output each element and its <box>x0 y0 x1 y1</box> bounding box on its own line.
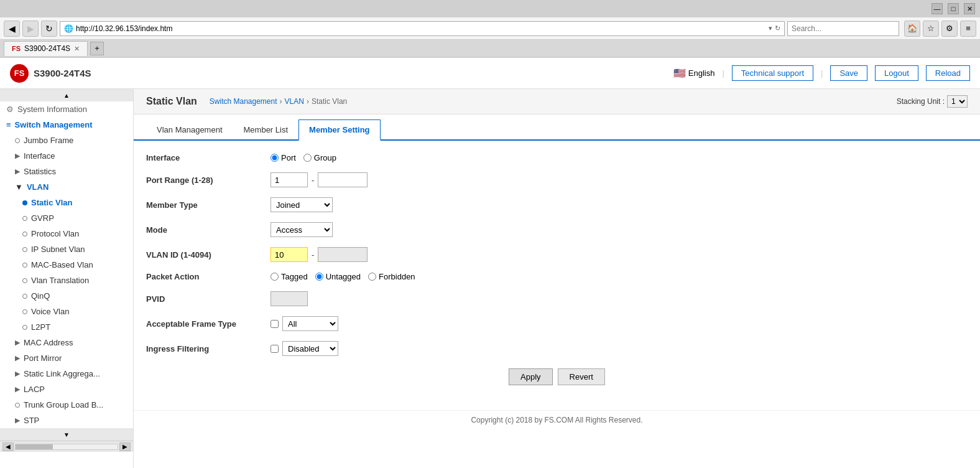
stacking-unit-select[interactable]: 1 <box>947 95 968 108</box>
packet-tagged-radio[interactable] <box>270 273 279 281</box>
mode-label: Mode <box>146 225 270 235</box>
sidebar-label-lacp: LACP <box>24 385 45 394</box>
packet-tagged-option[interactable]: Tagged <box>270 272 308 281</box>
packet-forbidden-option[interactable]: Forbidden <box>368 272 415 281</box>
tech-support-btn[interactable]: Technical support <box>732 65 813 81</box>
save-btn[interactable]: Save <box>830 65 867 81</box>
settings-btn[interactable]: ⚙ <box>941 21 958 37</box>
sidebar-item-ip-subnet-vlan[interactable]: IP Subnet Vlan <box>0 241 133 257</box>
maximize-btn[interactable]: □ <box>948 3 959 14</box>
vlan-id-to-input[interactable] <box>318 247 368 262</box>
refresh-btn[interactable]: ↻ <box>41 21 57 37</box>
tab-vlan-management[interactable]: Vlan Management <box>146 119 233 141</box>
sidebar-item-static-vlan[interactable]: Static Vlan <box>0 195 133 210</box>
revert-btn[interactable]: Revert <box>558 368 605 385</box>
language-selector[interactable]: 🇺🇸 English <box>673 67 715 79</box>
header-actions: 🇺🇸 English | Technical support | Save Lo… <box>673 65 970 81</box>
interface-group-option[interactable]: Group <box>303 153 336 162</box>
port-range-to-input[interactable] <box>318 172 368 187</box>
acceptable-frame-checkbox[interactable] <box>270 320 279 328</box>
ingress-filtering-select[interactable]: Disabled Enabled <box>282 341 338 356</box>
member-type-label: Member Type <box>146 200 270 210</box>
acceptable-frame-control: All Tagged Only Untagged Only <box>270 316 338 331</box>
sidebar-label-ip-subnet-vlan: IP Subnet Vlan <box>31 245 85 254</box>
star-btn[interactable]: ☆ <box>923 21 939 37</box>
breadcrumb-switch-mgmt[interactable]: Switch Management <box>210 97 277 106</box>
sidebar-item-static-link[interactable]: ▶ Static Link Aggrega... <box>0 366 133 381</box>
sidebar-scroll-up[interactable]: ▲ <box>0 89 133 101</box>
sidebar-item-statistics[interactable]: ▶ Statistics <box>0 164 133 179</box>
url-input[interactable] <box>76 24 769 33</box>
bullet-icon-qinq <box>22 294 27 299</box>
sidebar-item-l2pt[interactable]: L2PT <box>0 319 133 335</box>
sidebar-item-protocol-vlan[interactable]: Protocol Vlan <box>0 226 133 241</box>
breadcrumb-sep1: › <box>280 97 282 106</box>
interface-group-radio[interactable] <box>303 154 312 162</box>
sidebar-scrollbar[interactable]: ◀ ▶ <box>0 441 133 452</box>
sidebar-item-gvrp[interactable]: GVRP <box>0 210 133 226</box>
vlan-id-from-input[interactable] <box>270 247 308 262</box>
close-window-btn[interactable]: ✕ <box>964 3 975 14</box>
sidebar-item-switch-mgmt[interactable]: ≡ Switch Management <box>0 117 133 133</box>
sidebar-label-mac-address: MAC Address <box>24 338 73 347</box>
port-range-from-input[interactable] <box>270 172 308 187</box>
search-input[interactable] <box>787 21 899 36</box>
logo-icon: FS <box>10 64 29 83</box>
sidebar-item-interface[interactable]: ▶ Interface <box>0 148 133 164</box>
stacking-unit: Stacking Unit : 1 <box>897 95 968 108</box>
tab-member-setting[interactable]: Member Setting <box>298 119 381 141</box>
new-tab-btn[interactable]: + <box>90 42 104 55</box>
tab-member-list[interactable]: Member List <box>233 119 299 141</box>
bullet-icon <box>15 138 20 143</box>
reload-btn[interactable]: Reload <box>926 65 970 81</box>
sidebar-item-trunk-group[interactable]: Trunk Group Load B... <box>0 397 133 413</box>
expand-icon-vlan: ▼ <box>15 182 23 192</box>
scroll-thumb <box>16 444 53 449</box>
interface-port-option[interactable]: Port <box>270 153 296 162</box>
sidebar-item-voice-vlan[interactable]: Voice Vlan <box>0 304 133 319</box>
back-btn[interactable]: ◀ <box>4 21 20 37</box>
member-type-select[interactable]: Joined Forbidden Excluded <box>270 197 333 212</box>
sidebar-label-static-link: Static Link Aggrega... <box>24 369 100 378</box>
sidebar-item-vlan-trans[interactable]: Vlan Translation <box>0 273 133 288</box>
sidebar: ▲ ⚙ System Information ≡ Switch Manageme… <box>0 89 134 468</box>
pvid-input[interactable] <box>270 291 308 306</box>
mode-select[interactable]: Access Trunk Hybrid <box>270 222 333 237</box>
acceptable-frame-select[interactable]: All Tagged Only Untagged Only <box>282 316 338 331</box>
chevron-icon-mac: ▶ <box>15 339 20 347</box>
scroll-left-btn[interactable]: ◀ <box>2 442 14 451</box>
apply-btn[interactable]: Apply <box>509 368 553 385</box>
forward-btn[interactable]: ▶ <box>22 21 39 37</box>
packet-action-row: Packet Action Tagged Untagged Forbidd <box>146 272 968 281</box>
sidebar-item-jumbo-frame[interactable]: Jumbo Frame <box>0 133 133 148</box>
packet-untagged-radio[interactable] <box>315 273 323 281</box>
bullet-icon-trans <box>22 278 27 283</box>
menu-btn[interactable]: ≡ <box>960 21 976 37</box>
sidebar-label-port-mirror: Port Mirror <box>24 353 62 363</box>
browser-tab[interactable]: FS S3900-24T4S ✕ <box>4 41 88 56</box>
sidebar-item-vlan[interactable]: ▼ VLAN <box>0 179 133 195</box>
sidebar-scroll-down[interactable]: ▼ <box>0 428 133 441</box>
sidebar-item-port-mirror[interactable]: ▶ Port Mirror <box>0 350 133 366</box>
ingress-filtering-checkbox[interactable] <box>270 345 279 353</box>
packet-untagged-option[interactable]: Untagged <box>315 272 361 281</box>
sidebar-item-mac-address[interactable]: ▶ MAC Address <box>0 335 133 350</box>
bullet-icon-proto <box>22 232 27 236</box>
member-type-row: Member Type Joined Forbidden Excluded <box>146 197 968 212</box>
sidebar-item-stp[interactable]: ▶ STP <box>0 413 133 428</box>
pvid-control <box>270 291 308 306</box>
scroll-right-btn[interactable]: ▶ <box>119 442 131 451</box>
logout-btn[interactable]: Logout <box>875 65 918 81</box>
sidebar-item-qinq[interactable]: QinQ <box>0 288 133 304</box>
home-btn[interactable]: 🏠 <box>904 21 920 37</box>
interface-port-radio[interactable] <box>270 154 279 162</box>
sidebar-label-vlan-trans: Vlan Translation <box>31 276 89 285</box>
minimize-btn[interactable]: — <box>931 3 943 14</box>
ingress-filtering-row: Ingress Filtering Disabled Enabled <box>146 341 968 356</box>
tab-close-btn[interactable]: ✕ <box>74 45 80 53</box>
sidebar-item-mac-vlan[interactable]: MAC-Based Vlan <box>0 257 133 273</box>
packet-forbidden-radio[interactable] <box>368 273 376 281</box>
sidebar-item-lacp[interactable]: ▶ LACP <box>0 381 133 397</box>
sidebar-item-system-info[interactable]: ⚙ System Information <box>0 101 133 117</box>
breadcrumb-vlan[interactable]: VLAN <box>285 97 304 106</box>
